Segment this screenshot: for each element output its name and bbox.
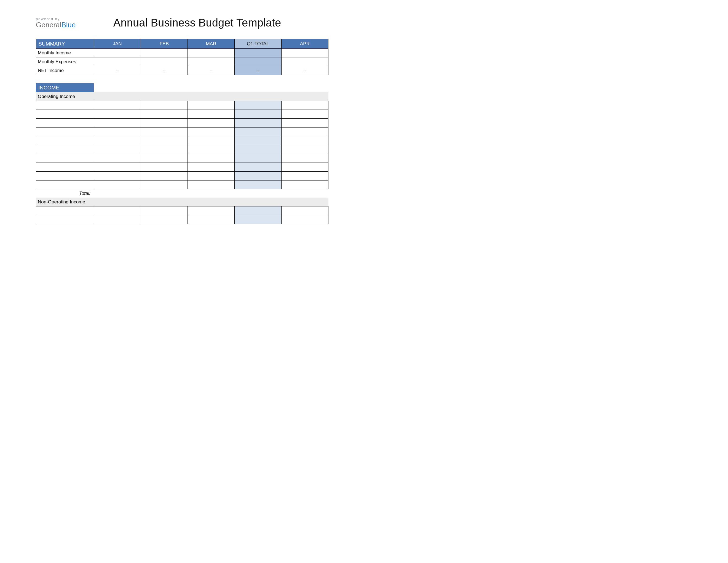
summary-cell[interactable] — [94, 57, 141, 66]
data-cell[interactable] — [94, 145, 141, 154]
summary-cell[interactable] — [282, 49, 328, 57]
summary-cell: -- — [282, 66, 328, 75]
data-cell[interactable] — [94, 101, 141, 110]
table-row — [36, 101, 328, 110]
data-cell[interactable] — [282, 110, 328, 119]
row-label-cell[interactable] — [36, 136, 94, 145]
summary-cell: -- — [141, 66, 188, 75]
summary-cell[interactable] — [188, 49, 235, 57]
non-operating-income-label: Non-Operating Income — [36, 198, 328, 206]
data-cell[interactable] — [282, 119, 328, 127]
data-cell[interactable] — [141, 154, 188, 163]
data-cell[interactable] — [141, 136, 188, 145]
data-cell[interactable] — [94, 119, 141, 127]
data-cell[interactable] — [94, 110, 141, 119]
row-label-cell[interactable] — [36, 163, 94, 172]
row-label-cell[interactable] — [36, 154, 94, 163]
row-label-cell[interactable] — [36, 110, 94, 119]
data-cell[interactable] — [94, 154, 141, 163]
data-cell[interactable] — [282, 215, 328, 224]
row-label-cell[interactable] — [36, 127, 94, 136]
table-row — [36, 180, 328, 189]
summary-cell[interactable] — [188, 57, 235, 66]
table-row — [36, 215, 328, 224]
data-cell[interactable] — [94, 127, 141, 136]
data-cell[interactable] — [188, 101, 235, 110]
data-cell[interactable] — [94, 206, 141, 215]
data-cell[interactable] — [282, 172, 328, 180]
summary-row: NET Income -- -- -- -- -- — [36, 66, 328, 75]
data-cell[interactable] — [94, 180, 141, 189]
col-apr: APR — [282, 39, 328, 49]
data-cell[interactable] — [188, 110, 235, 119]
data-cell[interactable] — [141, 110, 188, 119]
table-row — [36, 119, 328, 127]
table-row — [36, 145, 328, 154]
data-cell[interactable] — [282, 163, 328, 172]
data-cell[interactable] — [141, 101, 188, 110]
data-cell[interactable] — [141, 127, 188, 136]
data-cell[interactable] — [94, 163, 141, 172]
non-operating-income-header: Non-Operating Income — [36, 198, 328, 206]
data-cell[interactable] — [282, 206, 328, 215]
row-label-cell[interactable] — [36, 101, 94, 110]
data-cell[interactable] — [282, 127, 328, 136]
budget-template-page: powered by GeneralBlue Annual Business B… — [0, 0, 364, 282]
data-cell[interactable] — [188, 206, 235, 215]
data-cell[interactable] — [282, 154, 328, 163]
data-cell[interactable] — [94, 136, 141, 145]
summary-row-label: Monthly Expenses — [36, 57, 94, 66]
summary-row: Monthly Expenses — [36, 57, 328, 66]
data-cell[interactable] — [282, 180, 328, 189]
data-cell[interactable] — [94, 172, 141, 180]
data-cell[interactable] — [94, 215, 141, 224]
col-mar: MAR — [188, 39, 235, 49]
table-row — [36, 136, 328, 145]
data-cell[interactable] — [188, 215, 235, 224]
summary-header-row: SUMMARY JAN FEB MAR Q1 TOTAL APR — [36, 39, 328, 49]
table-row — [36, 172, 328, 180]
row-label-cell[interactable] — [36, 206, 94, 215]
summary-q1-cell — [235, 57, 282, 66]
data-cell[interactable] — [141, 172, 188, 180]
data-cell[interactable] — [141, 119, 188, 127]
col-feb: FEB — [141, 39, 188, 49]
data-cell[interactable] — [282, 101, 328, 110]
row-label-cell[interactable] — [36, 145, 94, 154]
col-summary: SUMMARY — [36, 39, 94, 49]
data-cell[interactable] — [188, 163, 235, 172]
summary-cell[interactable] — [94, 49, 141, 57]
data-cell[interactable] — [188, 172, 235, 180]
summary-cell[interactable] — [141, 49, 188, 57]
q1-cell — [235, 119, 282, 127]
data-cell[interactable] — [141, 206, 188, 215]
data-cell[interactable] — [141, 215, 188, 224]
data-cell[interactable] — [141, 163, 188, 172]
data-cell[interactable] — [141, 145, 188, 154]
summary-cell[interactable] — [141, 57, 188, 66]
q1-cell — [235, 172, 282, 180]
operating-income-table: Operating Income — [36, 92, 328, 101]
q1-cell — [235, 206, 282, 215]
data-cell[interactable] — [188, 154, 235, 163]
data-cell[interactable] — [282, 145, 328, 154]
row-label-cell[interactable] — [36, 180, 94, 189]
row-label-cell[interactable] — [36, 172, 94, 180]
summary-cell[interactable] — [282, 57, 328, 66]
data-cell[interactable] — [188, 136, 235, 145]
operating-total-label: Total: — [36, 189, 94, 197]
q1-cell — [235, 215, 282, 224]
row-label-cell[interactable] — [36, 215, 94, 224]
summary-table: SUMMARY JAN FEB MAR Q1 TOTAL APR Monthly… — [36, 39, 328, 75]
data-cell[interactable] — [141, 180, 188, 189]
data-cell[interactable] — [282, 136, 328, 145]
col-q1: Q1 TOTAL — [235, 39, 282, 49]
data-cell[interactable] — [188, 145, 235, 154]
summary-cell: -- — [94, 66, 141, 75]
data-cell[interactable] — [188, 180, 235, 189]
data-cell[interactable] — [188, 119, 235, 127]
q1-cell — [235, 127, 282, 136]
data-cell[interactable] — [188, 127, 235, 136]
row-label-cell[interactable] — [36, 119, 94, 127]
header: powered by GeneralBlue Annual Business B… — [36, 17, 328, 29]
